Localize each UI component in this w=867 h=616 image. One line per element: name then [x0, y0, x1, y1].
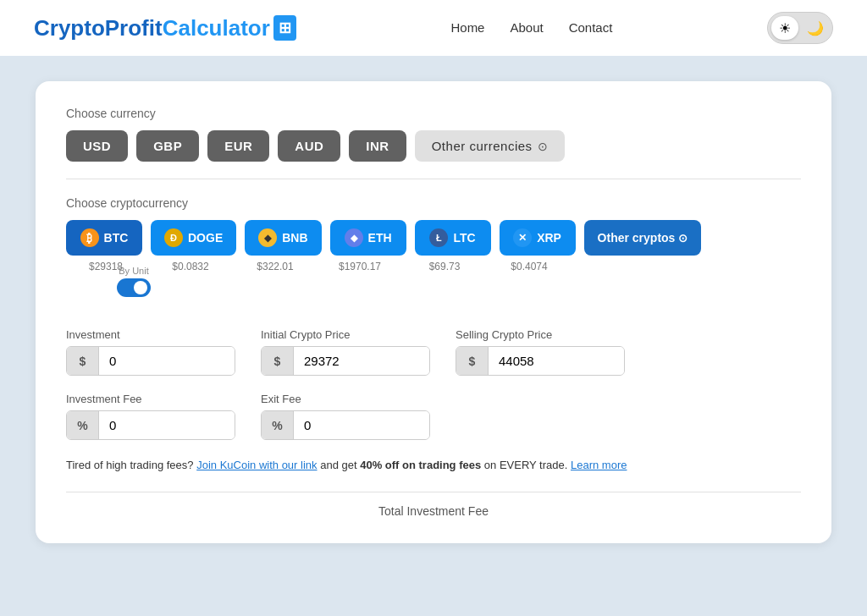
promo-link-learn-more[interactable]: Learn more — [571, 459, 627, 471]
bnb-label: BNB — [282, 231, 307, 245]
dark-mode-button[interactable]: 🌙 — [802, 16, 829, 40]
crypto-doge[interactable]: Ð DOGE — [151, 220, 236, 256]
other-cryptos-chevron-icon: ⊙ — [678, 232, 688, 245]
promo-section: Tired of high trading fees? Join KuCoin … — [66, 457, 801, 475]
crypto-xrp[interactable]: ✕ XRP — [500, 220, 576, 256]
moon-icon: 🌙 — [807, 20, 824, 36]
sun-icon: ☀ — [779, 20, 791, 36]
crypto-btc[interactable]: ₿ BTC — [66, 220, 142, 256]
nav-about[interactable]: About — [510, 20, 543, 35]
currency-gbp[interactable]: GBP — [136, 130, 199, 162]
main-card: Choose currency USD GBP EUR AUD INR Othe… — [36, 81, 831, 543]
investment-fee-label: Investment Fee — [66, 393, 235, 405]
divider-1 — [66, 179, 801, 179]
nav-links: Home About Contact — [450, 20, 612, 36]
input-row-1: By Unit Investment $ Initial Crypto Pric… — [66, 298, 801, 376]
currency-section: Choose currency USD GBP EUR AUD INR Othe… — [66, 107, 801, 162]
navbar: Crypto Profit Calculator ⊞ Home About Co… — [0, 0, 867, 56]
crypto-eth[interactable]: ◆ ETH — [330, 220, 406, 256]
investment-prefix: $ — [67, 347, 99, 375]
btc-label: BTC — [104, 231, 129, 245]
selling-price-group: Selling Crypto Price $ — [456, 328, 625, 376]
currency-inr[interactable]: INR — [349, 130, 406, 162]
bnb-icon: ◆ — [258, 228, 277, 247]
crypto-ltc[interactable]: Ł LTC — [415, 220, 491, 256]
initial-price-prefix: $ — [262, 347, 294, 375]
investment-label: Investment — [66, 328, 235, 341]
exit-fee-group: Exit Fee % — [261, 393, 430, 440]
currency-aud[interactable]: AUD — [278, 130, 340, 162]
logo-crypto-text: Crypto — [34, 15, 105, 41]
exit-fee-prefix: % — [262, 411, 294, 439]
initial-price-input[interactable] — [294, 347, 429, 375]
currency-other[interactable]: Other currencies ⊙ — [415, 130, 565, 162]
ltc-icon: Ł — [429, 228, 448, 247]
nav-contact[interactable]: Contact — [569, 20, 613, 35]
crypto-label: Choose cryptocurrency — [66, 196, 801, 210]
logo-profit-text: Profit — [105, 15, 163, 41]
promo-link-kucoin[interactable]: Join KuCoin with our link — [196, 459, 317, 471]
crypto-other[interactable]: Other cryptos ⊙ — [584, 220, 702, 256]
doge-label: DOGE — [188, 231, 223, 245]
investment-input-wrapper: $ — [66, 346, 235, 376]
promo-every-trade: on EVERY trade. — [484, 459, 568, 471]
crypto-bnb[interactable]: ◆ BNB — [245, 220, 321, 256]
main-content: Choose currency USD GBP EUR AUD INR Othe… — [0, 56, 867, 616]
other-cryptos-label: Other cryptos — [598, 231, 676, 245]
xrp-icon: ✕ — [513, 228, 532, 247]
currency-label: Choose currency — [66, 107, 801, 120]
currency-buttons: USD GBP EUR AUD INR Other currencies ⊙ — [66, 130, 801, 162]
investment-fee-prefix: % — [67, 411, 99, 439]
eth-icon: ◆ — [345, 228, 363, 247]
currency-eur[interactable]: EUR — [207, 130, 269, 162]
spacer — [66, 272, 801, 298]
doge-icon: Ð — [164, 228, 183, 247]
logo[interactable]: Crypto Profit Calculator ⊞ — [34, 15, 296, 41]
selling-price-prefix: $ — [456, 347, 489, 375]
eth-price: $1970.17 — [322, 261, 398, 272]
investment-group: By Unit Investment $ — [66, 298, 235, 376]
selling-price-input[interactable] — [489, 347, 624, 375]
by-unit-toggle-wrapper: By Unit — [117, 266, 151, 297]
ltc-label: LTC — [453, 231, 475, 245]
selling-price-label: Selling Crypto Price — [456, 328, 625, 341]
doge-price: $0.0832 — [152, 261, 229, 272]
bnb-price: $322.01 — [237, 261, 313, 272]
investment-input[interactable] — [99, 347, 235, 375]
investment-fee-group: Investment Fee % — [66, 393, 235, 440]
selling-price-input-wrapper: $ — [456, 346, 625, 376]
eth-label: ETH — [368, 231, 392, 245]
ltc-price: $69.73 — [406, 261, 483, 272]
exit-fee-label: Exit Fee — [261, 393, 430, 405]
initial-price-input-wrapper: $ — [261, 346, 430, 376]
promo-and-get: and get — [320, 459, 356, 471]
investment-fee-input-wrapper: % — [66, 410, 235, 440]
total-section: Total Investment Fee — [66, 492, 801, 518]
toggle-slider — [117, 278, 151, 297]
xrp-price: $0.4074 — [491, 261, 567, 272]
crypto-prices: $29318 $0.0832 $322.01 $1970.17 $69.73 $… — [66, 261, 801, 272]
logo-icon: ⊞ — [273, 15, 296, 41]
crypto-section: Choose cryptocurrency ₿ BTC Ð DOGE ◆ BNB — [66, 196, 801, 272]
initial-price-label: Initial Crypto Price — [261, 328, 430, 341]
input-row-2: Investment Fee % Exit Fee % — [66, 393, 801, 440]
nav-home[interactable]: Home — [450, 20, 484, 35]
light-mode-button[interactable]: ☀ — [771, 16, 798, 40]
chevron-down-icon: ⊙ — [538, 140, 549, 153]
xrp-label: XRP — [537, 231, 561, 245]
promo-text-before: Tired of high trading fees? — [66, 459, 194, 471]
promo-bold-text: 40% off on trading fees — [360, 459, 481, 471]
investment-fee-input[interactable] — [99, 411, 235, 439]
initial-price-group: Initial Crypto Price $ — [261, 328, 430, 376]
other-currencies-label: Other currencies — [432, 139, 533, 153]
crypto-buttons: ₿ BTC Ð DOGE ◆ BNB ◆ ETH — [66, 220, 801, 256]
logo-calculator-text: Calculator — [163, 15, 270, 41]
by-unit-toggle[interactable] — [117, 278, 151, 297]
exit-fee-input[interactable] — [294, 411, 429, 439]
btc-icon: ₿ — [80, 228, 99, 247]
exit-fee-input-wrapper: % — [261, 410, 430, 440]
total-investment-label: Total Investment Fee — [378, 504, 489, 518]
theme-toggle: ☀ 🌙 — [767, 12, 833, 44]
currency-usd[interactable]: USD — [66, 130, 128, 162]
by-unit-label: By Unit — [119, 266, 148, 276]
